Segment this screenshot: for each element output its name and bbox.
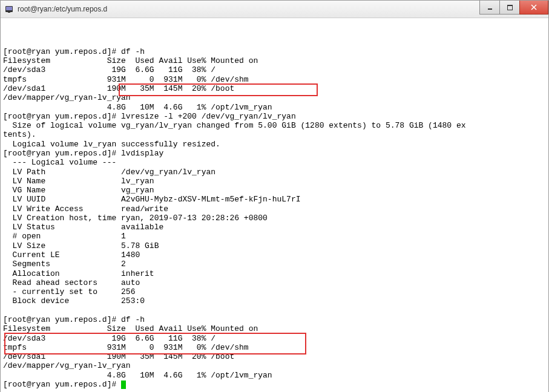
terminal-line: /dev/sda1 190M 35M 145M 20% /boot (3, 84, 546, 93)
terminal-line: LV Write Access read/write (3, 204, 546, 214)
svg-rect-2 (8, 12, 10, 13)
terminal-line: [root@ryan yum.repos.d]# (3, 380, 546, 389)
terminal-line: VG Name vg_ryan (3, 186, 546, 195)
terminal-line: /dev/mapper/vg_ryan-lv_ryan (3, 93, 546, 102)
terminal-line: LV Name lv_ryan (3, 177, 546, 186)
terminal-line: Block device 253:0 (3, 296, 546, 305)
window-controls (480, 1, 548, 18)
svg-rect-1 (6, 7, 12, 10)
maximize-button[interactable] (499, 1, 520, 15)
window-title: root@ryan:/etc/yum.repos.d (18, 5, 480, 13)
terminal-line: [root@ryan yum.repos.d]# lvresize -l +20… (3, 112, 546, 121)
terminal-line (3, 306, 546, 315)
terminal-line: tmpfs 931M 0 931M 0% /dev/shm (3, 343, 546, 352)
terminal-line: Allocation inherit (3, 269, 546, 278)
terminal-line: 4.8G 10M 4.6G 1% /opt/lvm_ryan (3, 103, 546, 112)
terminal-line: [root@ryan yum.repos.d]# lvdisplay (3, 149, 546, 158)
app-icon (4, 4, 14, 14)
terminal-line: tents). (3, 130, 546, 139)
terminal-line: Segments 2 (3, 260, 546, 269)
terminal-line: /dev/sda3 19G 6.6G 11G 38% / (3, 65, 546, 74)
terminal-line: --- Logical volume --- (3, 158, 546, 167)
terminal-line: tmpfs 931M 0 931M 0% /dev/shm (3, 75, 546, 84)
terminal-line: LV UUID A2vGHU-Mybz-dXSV-MLmt-m5ef-kFjn-… (3, 195, 546, 204)
cursor (121, 381, 126, 389)
terminal-line: # open 1 (3, 232, 546, 241)
terminal-line: Current LE 1480 (3, 250, 546, 260)
terminal-line: Filesystem Size Used Avail Use% Mounted … (3, 56, 546, 65)
terminal-output[interactable]: [root@ryan yum.repos.d]# df -hFilesystem… (1, 18, 548, 392)
terminal-line: 4.8G 10M 4.6G 1% /opt/lvm_ryan (3, 371, 546, 380)
terminal-line: /dev/sda1 190M 35M 145M 20% /boot (3, 352, 546, 361)
titlebar[interactable]: root@ryan:/etc/yum.repos.d (1, 1, 548, 18)
terminal-line: /dev/sda3 19G 6.6G 11G 38% / (3, 334, 546, 343)
terminal-line: Size of logical volume vg_ryan/lv_ryan c… (3, 121, 546, 130)
close-button[interactable] (519, 1, 548, 15)
terminal-line: Logical volume lv_ryan successfully resi… (3, 140, 546, 149)
terminal-line: Read ahead sectors auto (3, 278, 546, 287)
terminal-line: LV Status available (3, 223, 546, 232)
terminal-line: [root@ryan yum.repos.d]# df -h (3, 315, 546, 324)
terminal-window: root@ryan:/etc/yum.repos.d [root@ryan yu… (0, 0, 549, 392)
terminal-line: - currently set to 256 (3, 287, 546, 296)
terminal-line: LV Size 5.78 GiB (3, 241, 546, 250)
terminal-line: Filesystem Size Used Avail Use% Mounted … (3, 324, 546, 333)
terminal-line: LV Creation host, time ryan, 2019-07-13 … (3, 214, 546, 223)
minimize-button[interactable] (479, 1, 500, 15)
terminal-line: [root@ryan yum.repos.d]# df -h (3, 47, 546, 56)
terminal-line: LV Path /dev/vg_ryan/lv_ryan (3, 168, 546, 177)
terminal-line: /dev/mapper/vg_ryan-lv_ryan (3, 361, 546, 370)
